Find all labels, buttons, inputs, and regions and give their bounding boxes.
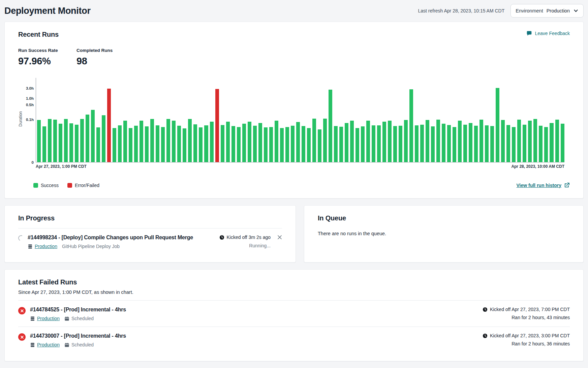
chart-bar-success[interactable] bbox=[345, 123, 348, 162]
close-icon[interactable] bbox=[277, 235, 282, 249]
environment-link[interactable]: Production bbox=[37, 342, 60, 347]
chart-bar-success[interactable] bbox=[140, 121, 143, 162]
chart-bar-success[interactable] bbox=[123, 121, 127, 162]
chart-bar-success[interactable] bbox=[183, 128, 186, 162]
chart-bar-success[interactable] bbox=[404, 120, 408, 162]
chart-bar-success[interactable] bbox=[156, 125, 159, 162]
chart-bar-success[interactable] bbox=[166, 119, 170, 162]
chart-bar-success[interactable] bbox=[355, 128, 359, 162]
chart-bar-success[interactable] bbox=[129, 128, 132, 162]
chart-bar-success[interactable] bbox=[291, 126, 295, 162]
chart-bar-success[interactable] bbox=[388, 121, 392, 162]
chart-bar-success[interactable] bbox=[96, 127, 100, 162]
chart-bar-success[interactable] bbox=[118, 125, 122, 162]
chart-bar-success[interactable] bbox=[307, 128, 311, 162]
chart-bar-success[interactable] bbox=[91, 110, 95, 162]
chart-bar-success[interactable] bbox=[436, 120, 440, 162]
chart-bar-success[interactable] bbox=[42, 126, 46, 162]
chart-bar-success[interactable] bbox=[350, 121, 354, 162]
chart-bar-success[interactable] bbox=[172, 121, 176, 162]
chart-bar-success[interactable] bbox=[64, 119, 68, 162]
chart-bar-success[interactable] bbox=[53, 120, 57, 162]
chart-bar-success[interactable] bbox=[188, 119, 192, 162]
chart-bar-success[interactable] bbox=[458, 121, 462, 162]
chart-bar-success[interactable] bbox=[221, 125, 224, 162]
chart-bar-success[interactable] bbox=[561, 124, 564, 162]
environment-dropdown[interactable]: Environment Production bbox=[510, 4, 584, 18]
chart-bar-success[interactable] bbox=[469, 123, 472, 162]
chart-bar-success[interactable] bbox=[517, 120, 521, 162]
chart-bar-success[interactable] bbox=[226, 122, 230, 162]
chart-bar-success[interactable] bbox=[102, 115, 105, 162]
chart-bar-success[interactable] bbox=[496, 88, 499, 162]
chart-bar-success[interactable] bbox=[285, 127, 289, 162]
environment-link[interactable]: Production bbox=[37, 316, 60, 321]
chart-bar-success[interactable] bbox=[177, 126, 181, 162]
chart-bar-success[interactable] bbox=[420, 125, 424, 162]
chart-bar-success[interactable] bbox=[555, 120, 559, 162]
chart-bar-success[interactable] bbox=[447, 125, 451, 162]
chart-bar-success[interactable] bbox=[523, 125, 526, 162]
chart-bar-success[interactable] bbox=[442, 124, 445, 162]
chart-bar-success[interactable] bbox=[485, 125, 489, 162]
chart-bar-success[interactable] bbox=[145, 126, 149, 162]
chart-bar-success[interactable] bbox=[231, 126, 235, 162]
chart-bar-success[interactable] bbox=[501, 120, 505, 162]
chart-bar-success[interactable] bbox=[463, 125, 467, 162]
chart-bar-success[interactable] bbox=[48, 119, 52, 162]
chart-bar-error[interactable] bbox=[107, 89, 111, 162]
chart-bar-success[interactable] bbox=[334, 126, 338, 162]
chart-bar-success[interactable] bbox=[479, 120, 483, 162]
chart-bar-success[interactable] bbox=[533, 119, 537, 162]
chart-bar-success[interactable] bbox=[539, 126, 543, 162]
chart-bar-success[interactable] bbox=[86, 115, 89, 162]
chart-bar-success[interactable] bbox=[280, 128, 284, 162]
chart-bar-success[interactable] bbox=[318, 129, 321, 162]
chart-bar-success[interactable] bbox=[323, 119, 327, 162]
chart-bar-success[interactable] bbox=[409, 89, 413, 162]
chart-bar-success[interactable] bbox=[366, 121, 370, 162]
view-full-run-history-link[interactable]: View full run history bbox=[516, 182, 570, 188]
chart-bar-success[interactable] bbox=[237, 127, 241, 162]
chart-bar-success[interactable] bbox=[134, 126, 138, 162]
chart-bar-success[interactable] bbox=[193, 124, 197, 162]
chart-bar-success[interactable] bbox=[253, 126, 257, 162]
chart-bar-success[interactable] bbox=[490, 126, 494, 162]
chart-bar-success[interactable] bbox=[550, 123, 553, 162]
chart-bar-success[interactable] bbox=[161, 127, 165, 162]
chart-bar-success[interactable] bbox=[512, 127, 516, 162]
chart-bar-success[interactable] bbox=[506, 125, 510, 162]
chart-bar-success[interactable] bbox=[210, 122, 214, 162]
chart-bar-error[interactable] bbox=[215, 89, 219, 162]
chart-bar-success[interactable] bbox=[528, 121, 532, 162]
chart-bar-success[interactable] bbox=[275, 121, 278, 162]
chart-bar-success[interactable] bbox=[361, 126, 365, 162]
chart-bar-success[interactable] bbox=[474, 126, 478, 162]
chart-bar-success[interactable] bbox=[242, 124, 246, 162]
environment-link[interactable]: Production bbox=[35, 244, 57, 249]
chart-bar-success[interactable] bbox=[75, 125, 79, 162]
chart-bar-success[interactable] bbox=[204, 125, 208, 162]
chart-bar-success[interactable] bbox=[302, 126, 305, 162]
chart-bar-success[interactable] bbox=[248, 122, 251, 162]
chart-bar-success[interactable] bbox=[312, 119, 316, 162]
chart-bar-success[interactable] bbox=[59, 124, 62, 162]
chart-bar-success[interactable] bbox=[372, 125, 375, 162]
chart-bar-success[interactable] bbox=[150, 119, 154, 162]
chart-bar-success[interactable] bbox=[269, 127, 273, 162]
chart-bar-success[interactable] bbox=[339, 127, 343, 162]
chart-bar-success[interactable] bbox=[453, 127, 456, 162]
chart-bar-success[interactable] bbox=[329, 90, 332, 162]
chart-bar-success[interactable] bbox=[431, 126, 435, 162]
chart-bar-success[interactable] bbox=[382, 122, 386, 162]
chart-bar-success[interactable] bbox=[393, 126, 397, 162]
chart-bar-success[interactable] bbox=[264, 127, 268, 162]
chart-bar-success[interactable] bbox=[426, 120, 429, 162]
chart-bar-success[interactable] bbox=[37, 120, 41, 162]
chart-bar-success[interactable] bbox=[377, 125, 381, 162]
chart-bar-success[interactable] bbox=[80, 119, 84, 162]
chart-bar-success[interactable] bbox=[296, 122, 300, 162]
chart-bar-success[interactable] bbox=[544, 127, 548, 162]
chart-bar-success[interactable] bbox=[113, 128, 116, 162]
chart-bar-success[interactable] bbox=[69, 123, 73, 162]
